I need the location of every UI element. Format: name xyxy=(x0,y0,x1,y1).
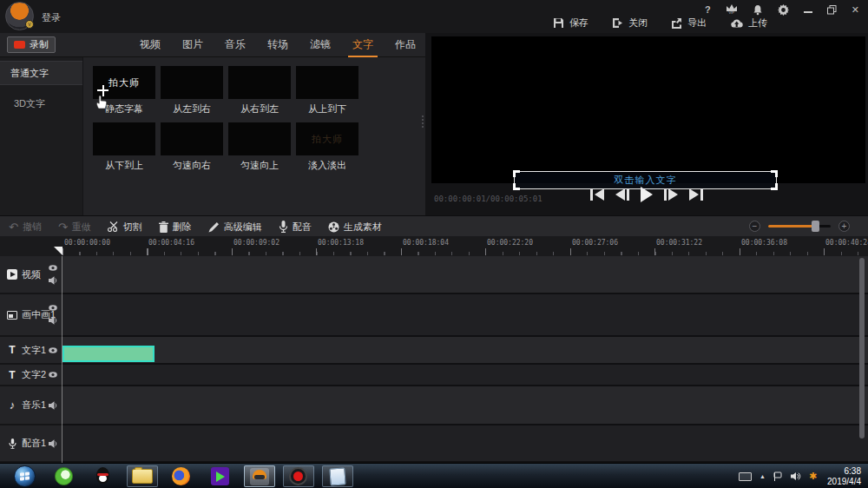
start-button[interactable] xyxy=(5,465,44,488)
track-lane-dub1[interactable] xyxy=(62,425,868,463)
playhead-marker[interactable] xyxy=(54,247,62,255)
media-tab-bar: 录制 视频 图片 音乐 转场 滤镜 文字 作品 xyxy=(0,33,425,57)
skip-to-end-button[interactable] xyxy=(689,188,703,201)
help-icon[interactable]: ? xyxy=(705,5,711,15)
effect-card-top-to-bottom[interactable]: 从上到下 xyxy=(296,66,358,115)
settings-gear-icon[interactable] xyxy=(778,4,789,16)
volume-icon[interactable] xyxy=(791,472,801,481)
previous-frame-button[interactable] xyxy=(615,188,629,201)
taskbar-firefox[interactable] xyxy=(161,465,201,488)
taskbar-notepad[interactable] xyxy=(318,465,357,488)
track-header-music1[interactable]: ♪ 音乐1 xyxy=(0,386,62,425)
tab-works[interactable]: 作品 xyxy=(391,33,420,57)
dub-button[interactable]: 配音 xyxy=(279,221,312,234)
effect-card-uniform-right[interactable]: 匀速向右 xyxy=(161,122,223,171)
track-header-video[interactable]: 视频 xyxy=(0,256,62,294)
timeline-vertical-scrollbar[interactable] xyxy=(859,258,865,439)
advanced-edit-button[interactable]: 高级编辑 xyxy=(208,221,262,234)
system-tray: ▲ ✱ xyxy=(739,464,817,488)
timeline-ruler[interactable]: 00:00:00:00 00:00:04:16 00:00:09:02 00:0… xyxy=(0,236,868,256)
save-button[interactable]: 保存 xyxy=(553,16,589,30)
text-clip[interactable] xyxy=(62,346,155,362)
ruler-label: 00:00:22:20 xyxy=(487,239,533,247)
taskbar-browser-360[interactable] xyxy=(44,465,83,488)
effect-card-left-to-right[interactable]: 从左到右 xyxy=(161,66,223,115)
sidebar-item-normal-text[interactable]: 普通文字 xyxy=(0,61,82,85)
upload-button[interactable]: 上传 xyxy=(730,16,767,30)
taskbar-clock[interactable]: 6:38 2019/4/4 xyxy=(827,466,861,487)
zoom-slider-handle[interactable] xyxy=(812,221,819,232)
tab-image[interactable]: 图片 xyxy=(178,33,207,57)
zoom-in-button[interactable]: + xyxy=(838,221,850,232)
effect-card-fade-in-out[interactable]: 拍大师 淡入淡出 xyxy=(296,122,358,171)
track-header-pip1[interactable]: 画中画1 xyxy=(0,294,62,337)
effect-card-uniform-up[interactable]: 匀速向上 xyxy=(228,122,291,171)
play-button[interactable] xyxy=(641,187,653,202)
zoom-slider[interactable] xyxy=(768,225,831,228)
visibility-eye-icon[interactable] xyxy=(49,265,57,271)
notification-bell-icon[interactable] xyxy=(753,4,763,16)
panel-splitter-grip[interactable] xyxy=(421,115,424,128)
text-effects-grid: 拍大师 静态字幕 从左到右 从右到左 从上到下 从下到上 匀速向右 匀速向上 拍 xyxy=(82,57,425,215)
video-track-icon xyxy=(7,269,17,280)
minimize-button[interactable] xyxy=(804,7,812,13)
delete-button[interactable]: 删除 xyxy=(159,221,192,234)
redo-arrow-icon: ↷ xyxy=(58,221,68,233)
cut-button[interactable]: 切割 xyxy=(108,221,142,234)
sidebar-item-3d-text[interactable]: 3D文字 xyxy=(0,93,82,114)
track-lane-text1[interactable] xyxy=(62,337,868,365)
windows-taskbar: ▲ ✱ 6:38 2019/4/4 xyxy=(0,463,868,488)
tab-music[interactable]: 音乐 xyxy=(220,33,250,57)
skip-to-start-button[interactable] xyxy=(590,188,604,201)
next-frame-button[interactable] xyxy=(664,188,678,201)
record-button[interactable]: 录制 xyxy=(7,36,56,53)
taskbar-paidashi[interactable] xyxy=(240,465,279,488)
close-window-button[interactable]: ✕ xyxy=(852,5,859,15)
show-hidden-icons-arrow[interactable]: ▲ xyxy=(760,473,766,479)
user-avatar[interactable]: V xyxy=(5,2,34,30)
track-lane-video[interactable] xyxy=(62,256,868,294)
track-header-text1[interactable]: T 文字1 xyxy=(0,337,62,365)
taskbar-explorer[interactable] xyxy=(122,465,161,488)
export-button[interactable]: 导出 xyxy=(671,16,707,30)
visibility-eye-icon[interactable] xyxy=(49,305,57,311)
mute-speaker-icon[interactable] xyxy=(49,401,57,410)
effect-card-right-to-left[interactable]: 从右到左 xyxy=(228,66,291,115)
track-lane-pip1[interactable] xyxy=(62,294,868,337)
input-keyboard-icon[interactable] xyxy=(739,472,752,481)
media-tabs: 视频 图片 音乐 转场 滤镜 文字 作品 xyxy=(135,33,420,57)
generate-material-button[interactable]: 生成素材 xyxy=(328,221,382,234)
mute-speaker-icon[interactable] xyxy=(49,316,57,325)
video-canvas[interactable]: 双击输入文字 xyxy=(431,36,865,183)
undo-arrow-icon: ↶ xyxy=(9,221,18,233)
visibility-eye-icon[interactable] xyxy=(49,347,57,353)
visibility-eye-icon[interactable] xyxy=(49,372,57,378)
track-lane-music1[interactable] xyxy=(62,386,868,425)
restore-button[interactable] xyxy=(827,5,837,15)
track-header-dub1[interactable]: 配音1 xyxy=(0,425,62,463)
undo-button[interactable]: ↶ 撤销 xyxy=(9,221,42,234)
playhead-line xyxy=(62,256,62,463)
track-header-text2[interactable]: T 文字2 xyxy=(0,365,62,386)
mute-speaker-icon[interactable] xyxy=(49,276,57,285)
title-bar: V 登录 ? VIP ✕ 保存 xyxy=(0,0,868,33)
effect-thumbnail: 拍大师 xyxy=(93,66,155,99)
vip-crown-icon[interactable]: VIP xyxy=(726,4,738,15)
track-lane-text2[interactable] xyxy=(62,365,868,386)
effect-card-static-subtitle[interactable]: 拍大师 静态字幕 xyxy=(93,66,155,115)
tab-text[interactable]: 文字 xyxy=(348,33,378,57)
effect-card-bottom-to-top[interactable]: 从下到上 xyxy=(93,122,155,171)
taskbar-recorder[interactable] xyxy=(279,465,318,488)
redo-button[interactable]: ↷ 重做 xyxy=(58,221,91,234)
zoom-out-button[interactable]: − xyxy=(749,221,760,232)
taskbar-qq[interactable] xyxy=(83,465,122,488)
tab-filter[interactable]: 滤镜 xyxy=(306,33,335,57)
tab-video[interactable]: 视频 xyxy=(135,33,165,57)
mute-speaker-icon[interactable] xyxy=(49,439,57,448)
action-center-flag-icon[interactable] xyxy=(773,472,783,481)
network-status-icon[interactable]: ✱ xyxy=(809,471,817,482)
tab-transition[interactable]: 转场 xyxy=(263,33,293,57)
login-link[interactable]: 登录 xyxy=(42,11,61,24)
close-project-button[interactable]: 关闭 xyxy=(612,16,648,30)
taskbar-play-app[interactable] xyxy=(201,465,240,488)
